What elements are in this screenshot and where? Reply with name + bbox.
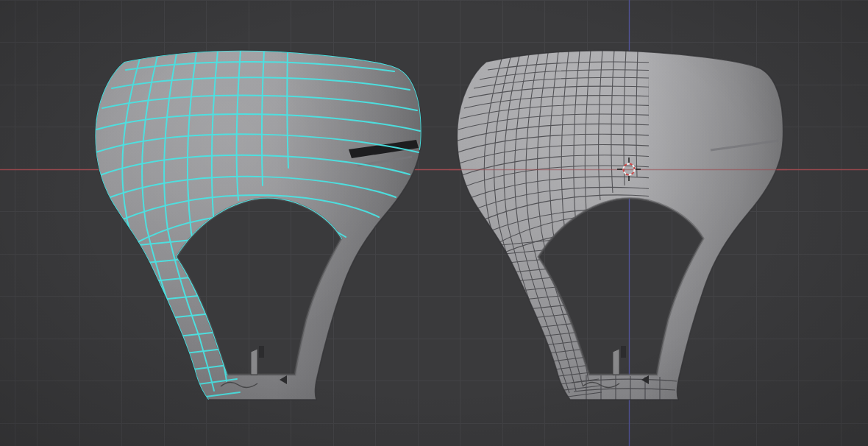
viewport-canvas (0, 0, 868, 446)
reference-model[interactable] (447, 40, 792, 408)
3d-viewport[interactable] (0, 0, 868, 446)
retopo-model[interactable] (85, 40, 430, 408)
